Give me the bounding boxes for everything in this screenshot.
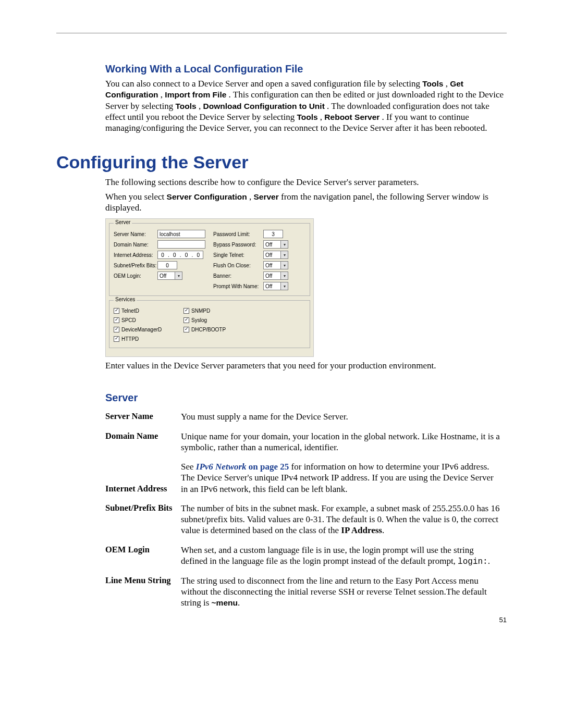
checkbox-devicemanagerd[interactable]	[114, 327, 119, 332]
oem-login-select[interactable]: Off	[157, 272, 182, 280]
param-label: OEM Login	[105, 540, 181, 571]
table-row: Internet Address See IPv6 Network on pag…	[105, 457, 507, 499]
para-working-with-local: You can also connect to a Device Server …	[105, 78, 507, 133]
param-label: Line Menu String	[105, 571, 181, 613]
service-label: HTTPD	[121, 336, 139, 342]
header-rule	[56, 33, 507, 42]
ipv6-network-link[interactable]: IPv6 Network	[196, 462, 247, 472]
single-telnet-select[interactable]: Off	[263, 251, 288, 259]
service-label: DHCP/BOOTP	[191, 327, 226, 332]
chevron-down-icon[interactable]	[281, 251, 288, 259]
domain-name-input[interactable]	[157, 240, 205, 249]
server-subheading: Server	[105, 392, 507, 404]
label-single-telnet: Single Telnet:	[213, 252, 263, 258]
checkbox-syslog[interactable]	[183, 317, 189, 323]
services-legend: Services	[114, 297, 137, 302]
server-legend: Server	[114, 219, 132, 225]
checkbox-spcd[interactable]	[114, 317, 119, 323]
label-server-name: Server Name:	[114, 231, 157, 237]
service-label: SNMPD	[191, 308, 210, 314]
label-oem-login: OEM Login:	[114, 273, 157, 279]
banner-select[interactable]: Off	[263, 272, 288, 280]
server-config-dialog: Server Server Name: Domain Name: Interne…	[105, 218, 314, 357]
chevron-down-icon[interactable]	[281, 272, 288, 280]
subheading-working-with-local-config: Working With a Local Configuration File	[105, 63, 507, 75]
bypass-password-select[interactable]: Off	[263, 240, 288, 249]
table-row: Server Name You must supply a name for t…	[105, 407, 507, 426]
password-limit-input[interactable]	[263, 230, 283, 238]
label-domain-name: Domain Name:	[114, 242, 157, 248]
label-prompt-with-name: Prompt With Name:	[213, 283, 263, 289]
checkbox-dhcp-bootp[interactable]	[183, 327, 189, 332]
chevron-down-icon[interactable]	[281, 282, 288, 290]
param-desc: The string used to disconnect from the l…	[181, 571, 507, 613]
server-name-input[interactable]	[157, 230, 205, 238]
chevron-down-icon[interactable]	[281, 261, 288, 269]
checkbox-snmpd[interactable]	[183, 308, 189, 314]
label-password-limit: Password Limit:	[213, 231, 263, 237]
param-desc: When set, and a custom language file is …	[181, 540, 507, 571]
server-fieldset: Server Server Name: Domain Name: Interne…	[109, 223, 310, 296]
service-label: SPCD	[121, 317, 136, 323]
service-label: DeviceManagerD	[121, 327, 162, 332]
label-subnet-bits: Subnet/Prefix Bits:	[114, 263, 157, 268]
param-desc: See IPv6 Network on page 25 for informat…	[181, 457, 507, 499]
checkbox-telnetd[interactable]	[114, 308, 119, 314]
param-desc: Unique name for your domain, your locati…	[181, 427, 507, 458]
table-row: Line Menu String The string used to disc…	[105, 571, 507, 613]
prompt-with-name-select[interactable]: Off	[263, 282, 288, 290]
label-internet-address: Internet Address:	[114, 252, 157, 258]
intro-para-2: When you select Server Configuration , S…	[105, 191, 507, 214]
table-row: Subnet/Prefix Bits The number of bits in…	[105, 499, 507, 540]
label-banner: Banner:	[213, 273, 263, 279]
login-prompt-code: login:	[458, 557, 488, 566]
after-shot-para: Enter values in the Device Server parame…	[105, 360, 507, 371]
param-label: Domain Name	[105, 427, 181, 458]
server-params-table: Server Name You must supply a name for t…	[105, 407, 507, 612]
param-desc: The number of bits in the subnet mask. F…	[181, 499, 507, 540]
table-row: Domain Name Unique name for your domain,…	[105, 427, 507, 458]
label-flush-on-close: Flush On Close:	[213, 263, 263, 268]
service-label: Syslog	[191, 317, 207, 323]
flush-on-close-select[interactable]: Off	[263, 261, 288, 269]
ip-address-input[interactable]: 0. 0. 0. 0	[157, 251, 203, 259]
checkbox-httpd[interactable]	[114, 336, 119, 342]
chevron-down-icon[interactable]	[281, 240, 288, 249]
intro-para-1: The following sections describe how to c…	[105, 177, 507, 188]
table-row: OEM Login When set, and a custom languag…	[105, 540, 507, 571]
services-fieldset: Services TelnetD SPCD DeviceManagerD HTT…	[109, 300, 310, 348]
param-label: Subnet/Prefix Bits	[105, 499, 181, 540]
page-title: Configuring the Server	[56, 152, 507, 172]
page-number: 51	[499, 616, 507, 624]
subnet-bits-input[interactable]	[157, 261, 177, 269]
chevron-down-icon[interactable]	[175, 272, 182, 280]
param-label: Server Name	[105, 407, 181, 426]
param-label: Internet Address	[105, 457, 181, 499]
service-label: TelnetD	[121, 308, 139, 314]
param-desc: You must supply a name for the Device Se…	[181, 407, 507, 426]
label-bypass-password: Bypass Password:	[213, 242, 263, 248]
